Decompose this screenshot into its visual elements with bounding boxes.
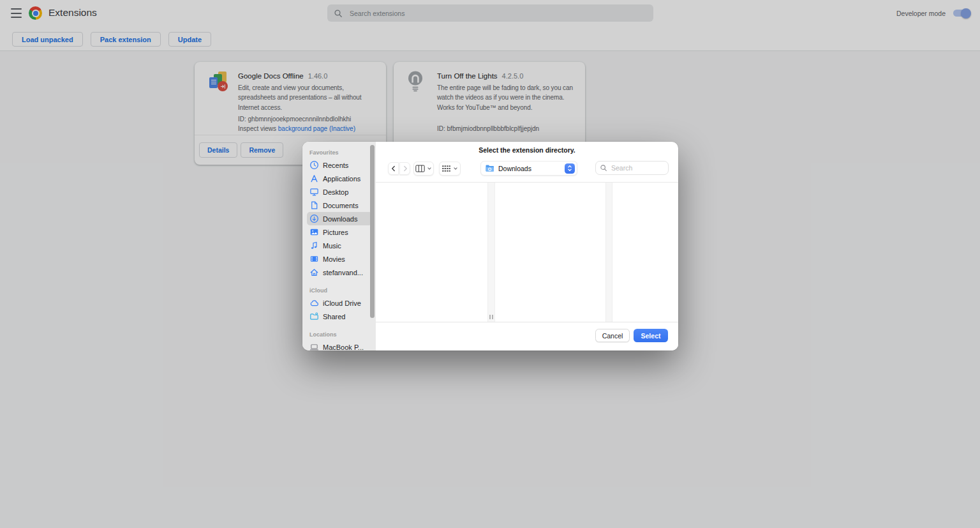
- film-icon: [309, 254, 319, 264]
- location-label: Downloads: [498, 165, 561, 172]
- sidebar-item-home[interactable]: stefanvand...: [307, 266, 372, 279]
- dialog-search-input[interactable]: [610, 163, 664, 172]
- sidebar-item-pictures[interactable]: Pictures: [307, 225, 372, 239]
- dialog-footer: Cancel Select: [376, 322, 678, 351]
- chevron-down-icon: [453, 166, 458, 171]
- forward-button[interactable]: [399, 162, 410, 175]
- file-browser-columns[interactable]: [376, 182, 678, 322]
- sidebar-item-shared[interactable]: Shared: [307, 310, 372, 323]
- laptop-icon: [309, 342, 319, 351]
- cancel-button[interactable]: Cancel: [595, 329, 630, 342]
- home-icon: [309, 268, 319, 277]
- sidebar-item-icloud-drive[interactable]: iCloud Drive: [307, 296, 372, 310]
- chevron-down-icon: [427, 166, 432, 171]
- sidebar-item-macbook[interactable]: MacBook P...: [307, 340, 372, 351]
- resize-grip-icon[interactable]: [489, 315, 493, 319]
- sidebar-item-documents[interactable]: Documents: [307, 199, 372, 212]
- music-note-icon: [309, 241, 319, 250]
- sidebar-item-recents[interactable]: Recents: [307, 158, 372, 172]
- desktop-icon: [309, 187, 319, 197]
- back-button[interactable]: [388, 162, 399, 175]
- document-icon: [309, 200, 319, 210]
- location-dropdown[interactable]: Downloads: [480, 161, 577, 176]
- group-view-button[interactable]: [439, 162, 461, 176]
- folder-icon: [485, 164, 494, 172]
- search-icon: [600, 164, 607, 172]
- column-view-button[interactable]: [413, 162, 434, 176]
- dialog-sidebar: Favourites Recents Applications Desktop …: [302, 142, 376, 351]
- column-view-icon: [415, 165, 425, 172]
- select-button[interactable]: Select: [634, 329, 668, 342]
- dialog-search-field[interactable]: [595, 161, 669, 175]
- sidebar-item-music[interactable]: Music: [307, 239, 372, 252]
- clock-icon: [309, 160, 319, 170]
- sidebar-item-applications[interactable]: Applications: [307, 172, 372, 185]
- sidebar-heading-locations: Locations: [309, 330, 371, 339]
- file-picker-dialog: Favourites Recents Applications Desktop …: [302, 142, 678, 351]
- pictures-icon: [309, 227, 319, 237]
- sidebar-heading-favourites: Favourites: [309, 148, 371, 157]
- sidebar-item-downloads[interactable]: Downloads: [307, 212, 372, 225]
- applications-icon: [309, 174, 319, 183]
- sidebar-item-desktop[interactable]: Desktop: [307, 185, 372, 199]
- sidebar-heading-icloud: iCloud: [309, 286, 371, 295]
- dialog-title: Select the extension directory.: [376, 146, 678, 154]
- column-divider[interactable]: [605, 183, 612, 322]
- downloads-icon: [309, 214, 319, 223]
- sidebar-scrollbar[interactable]: [370, 145, 375, 318]
- sidebar-item-movies[interactable]: Movies: [307, 252, 372, 266]
- shared-folder-icon: [309, 312, 319, 321]
- column-divider[interactable]: [487, 183, 495, 322]
- cloud-icon: [309, 298, 319, 308]
- stepper-icon: [565, 163, 575, 174]
- screen: Extensions Developer mode Load unpacked …: [0, 0, 980, 528]
- grid-icon: [442, 165, 451, 172]
